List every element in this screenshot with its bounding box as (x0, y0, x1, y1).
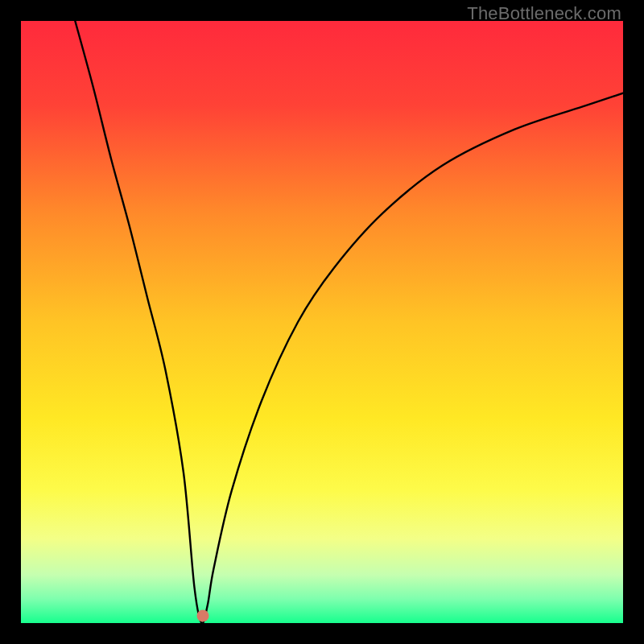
bottleneck-curve (21, 21, 623, 623)
optimal-point-marker (196, 610, 208, 622)
chart-frame: TheBottleneck.com (0, 0, 644, 644)
watermark-text: TheBottleneck.com (467, 3, 621, 24)
plot-area (21, 21, 623, 623)
